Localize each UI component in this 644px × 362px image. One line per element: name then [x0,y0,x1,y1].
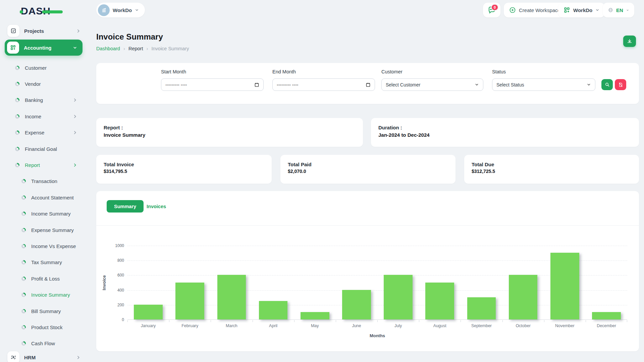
projects-icon-box [7,25,19,37]
page-title: Invoice Summary [96,32,163,42]
sidebar-item-label: Account Statement [31,195,74,200]
bullet-donut-icon [15,163,19,167]
chevron-right-icon [73,130,77,135]
bar-slot [377,246,419,319]
duration-card-value: Jan-2024 to Dec-2024 [378,132,632,138]
logo-dot [20,10,23,13]
chart-bar-december[interactable] [592,312,621,319]
breadcrumb-report[interactable]: Report [128,46,143,51]
hrm-label: HRM [24,355,36,360]
messages-button[interactable]: 0 [483,3,500,17]
chart-plot-area: 02004006008001000 [127,246,627,320]
bullet-donut-icon [21,228,26,232]
bullet-donut-icon [15,98,19,102]
workspace-selector[interactable]: WorkDo [96,3,145,17]
sidebar-item-transaction[interactable]: Transaction [0,173,88,189]
tab-invoices[interactable]: Invoices [143,200,170,213]
chevron-down-icon [73,46,77,50]
dash-logo[interactable]: DASH [21,5,51,17]
chart-bar-june[interactable] [342,290,371,319]
breadcrumb-dashboard[interactable]: Dashboard [96,46,120,51]
x-axis-tick-label: February [169,320,211,328]
apply-filter-button[interactable] [601,79,613,90]
bar-slot [586,246,627,319]
calendar-icon [254,82,259,87]
bullet-donut-icon [15,130,19,135]
bullet-donut-icon [15,82,19,86]
breadcrumb-separator: › [123,46,125,51]
sidebar-item-customer[interactable]: Customer [0,60,88,76]
sidebar-item-financial-goal[interactable]: Financial Goal [0,141,88,157]
chart-bar-february[interactable] [175,283,204,320]
report-name-card: Report : Invoice Summary [96,118,363,147]
tab-summary[interactable]: Summary [107,200,144,213]
sidebar-item-cash-flow[interactable]: Cash Flow [0,336,88,352]
chart-bar-october[interactable] [509,275,538,319]
reset-filter-button[interactable] [615,79,626,90]
chat-icon-wrap: 0 [488,6,496,14]
x-axis-tick-label: April [253,320,294,328]
sidebar-nav: CustomerVendorBankingIncomeExpenseFinanc… [0,60,88,352]
bar-slot [336,246,377,319]
status-label: Status [492,69,506,74]
status-select[interactable]: Select Status [492,78,595,91]
create-workspace-label: Create Workspace [519,7,560,13]
sidebar-item-projects[interactable]: Projects [0,23,88,38]
bullet-donut-icon [21,341,26,346]
chart-bar-march[interactable] [217,275,246,319]
x-axis-tick-label: January [127,320,169,328]
customer-label: Customer [381,69,402,74]
chevron-down-icon [595,8,599,12]
stat-value: $314,795.5 [104,169,264,174]
chart-bar-april[interactable] [259,301,288,319]
stat-value: $2,070.0 [288,169,448,174]
sidebar-item-income[interactable]: Income [0,108,88,124]
end-month-input[interactable]: --------- ---- [272,78,375,91]
checkbox-icon [10,28,16,34]
x-axis-tick-label: October [502,320,544,328]
customer-select-value: Select Customer [386,82,420,87]
sidebar-item-label: Income Summary [31,211,71,217]
bar-slot [461,246,502,319]
start-month-input[interactable]: --------- ---- [161,78,264,91]
sidebar-item-income-vs-expense[interactable]: Income Vs Expense [0,238,88,254]
accounting-icon-box [7,42,19,54]
sidebar-item-tax-summary[interactable]: Tax Summary [0,254,88,270]
sidebar-item-expense-summary[interactable]: Expense Summary [0,222,88,238]
customer-select[interactable]: Select Customer [381,78,483,91]
sidebar-item-label: Vendor [25,81,41,87]
person-rotate-icon [10,354,16,360]
bullet-donut-icon [15,147,19,151]
sidebar-item-accounting[interactable]: Accounting [5,40,83,56]
sidebar-item-label: Income Vs Expense [31,243,76,249]
chart-bar-january[interactable] [134,305,163,319]
sidebar-item-vendor[interactable]: Vendor [0,76,88,92]
sidebar-item-invoice-summary[interactable]: Invoice Summary [0,287,88,303]
sidebar-item-banking[interactable]: Banking [0,92,88,108]
chart-bar-august[interactable] [425,283,454,320]
chart-bar-november[interactable] [550,253,579,319]
bullet-donut-icon [21,195,26,200]
workdo-menu-button[interactable]: WorkDo [558,3,605,17]
app-screen: DASH WorkDo 0 Create Workspace WorkDo EN [0,0,644,362]
sidebar-item-income-summary[interactable]: Income Summary [0,206,88,222]
chart-bar-september[interactable] [467,297,496,319]
bullet-donut-icon [21,325,26,329]
sidebar-item-label: Report [25,162,40,168]
download-report-button[interactable] [623,36,636,47]
chart-bar-may[interactable] [301,312,329,319]
plus-circle-icon [509,7,516,13]
chart-bar-july[interactable] [384,275,413,319]
language-selector[interactable]: EN [603,3,634,17]
building-icon [101,7,107,13]
sidebar-item-account-statement[interactable]: Account Statement [0,189,88,205]
sidebar-item-hrm[interactable]: HRM [0,350,88,362]
stat-card-total-invoice: Total Invoice $314,795.5 [96,155,272,184]
sidebar-item-profit-loss[interactable]: Profit & Loss [0,270,88,287]
sidebar-item-product-stock[interactable]: Product Stock [0,319,88,335]
bar-slot [544,246,586,319]
sidebar-item-report[interactable]: Report [0,157,88,173]
create-workspace-button[interactable]: Create Workspace [504,3,566,17]
sidebar-item-expense[interactable]: Expense [0,125,88,141]
sidebar-item-bill-summary[interactable]: Bill Summary [0,303,88,319]
